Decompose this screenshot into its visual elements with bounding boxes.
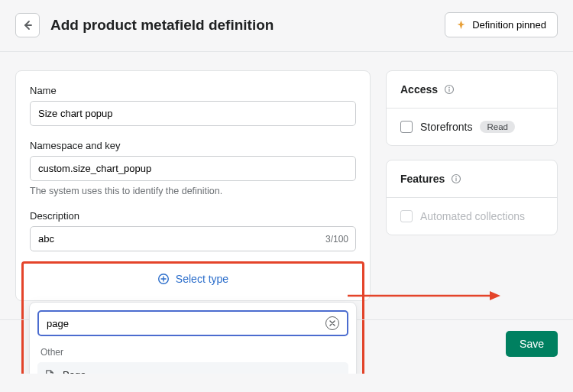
type-dropdown: Other Page — [29, 302, 357, 374]
type-search-input[interactable] — [47, 318, 325, 329]
features-card: Features Automated collections — [386, 160, 558, 235]
pinned-label: Definition pinned — [472, 19, 546, 31]
svg-point-8 — [456, 177, 458, 178]
name-input[interactable] — [30, 101, 356, 126]
name-field: Name — [30, 85, 356, 126]
access-title: Access — [400, 83, 438, 96]
type-search-wrap — [37, 310, 348, 336]
automated-collections-row: Automated collections — [400, 210, 543, 222]
content-area: Name Namespace and key The system uses t… — [0, 52, 573, 319]
arrow-left-icon — [21, 19, 34, 31]
select-type-button[interactable]: Select type — [30, 265, 356, 293]
x-icon — [329, 320, 335, 326]
description-field: Description 3/100 — [30, 210, 356, 251]
info-icon — [451, 173, 461, 184]
save-button[interactable]: Save — [506, 331, 558, 357]
back-button[interactable] — [15, 13, 40, 37]
info-icon — [444, 84, 455, 95]
left-column: Name Namespace and key The system uses t… — [15, 70, 371, 301]
storefronts-row[interactable]: Storefronts Read — [400, 121, 543, 133]
definition-pinned-button[interactable]: Definition pinned — [445, 12, 558, 37]
type-option-label: Page — [63, 369, 86, 374]
nskey-label: Namespace and key — [30, 140, 356, 151]
pin-icon — [456, 20, 466, 30]
automated-collections-label: Automated collections — [420, 210, 525, 222]
page-title: Add product metafield definition — [50, 17, 274, 34]
clear-search-button[interactable] — [325, 316, 339, 330]
automated-collections-checkbox — [400, 210, 413, 222]
nskey-helper: The system uses this to identify the def… — [30, 186, 356, 196]
access-body: Storefronts Read — [387, 108, 557, 145]
svg-point-5 — [448, 87, 450, 89]
description-wrap: 3/100 — [30, 226, 356, 251]
name-label: Name — [30, 85, 356, 96]
description-counter: 3/100 — [325, 234, 348, 245]
top-bar-left: Add product metafield definition — [15, 13, 274, 37]
type-option-page[interactable]: Page — [37, 362, 348, 374]
nskey-field: Namespace and key The system uses this t… — [30, 140, 356, 196]
option-group-label: Other — [40, 347, 345, 358]
features-header: Features — [387, 160, 557, 197]
main-form-card: Name Namespace and key The system uses t… — [15, 70, 371, 301]
features-title: Features — [400, 173, 445, 185]
description-input[interactable] — [30, 226, 356, 251]
plus-circle-icon — [157, 273, 170, 285]
access-card: Access Storefronts Read — [386, 70, 558, 146]
storefronts-label: Storefronts — [420, 121, 472, 133]
access-header: Access — [387, 71, 557, 108]
page-icon — [44, 369, 55, 374]
top-bar: Add product metafield definition Definit… — [0, 0, 573, 52]
read-badge: Read — [480, 121, 515, 133]
nskey-input[interactable] — [30, 156, 356, 181]
features-body: Automated collections — [387, 197, 557, 235]
save-label: Save — [520, 338, 544, 350]
description-label: Description — [30, 210, 356, 222]
storefronts-checkbox[interactable] — [400, 121, 413, 133]
right-column: Access Storefronts Read Features — [386, 70, 558, 235]
select-type-label: Select type — [176, 273, 228, 285]
